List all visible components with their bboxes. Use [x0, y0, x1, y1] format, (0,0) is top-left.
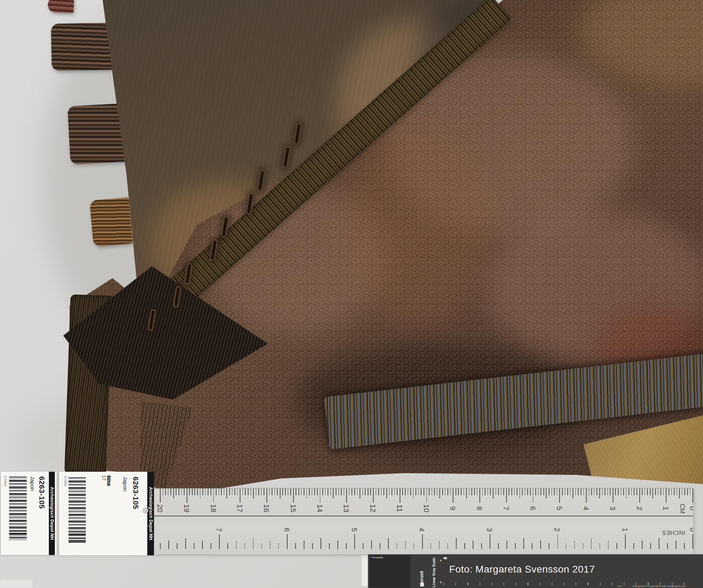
- cm-number: 8: [475, 504, 484, 513]
- cm-number: 17: [235, 504, 244, 513]
- cm-number: 3: [608, 504, 617, 513]
- find-number: 6263-105: [131, 477, 140, 509]
- barcode: [9, 477, 27, 540]
- barcode: [69, 477, 86, 543]
- scale-ruler: 20191817161514131211109876543210 8765432…: [154, 488, 693, 554]
- cm-number: 2: [635, 504, 644, 513]
- cm-number: 9: [448, 504, 457, 513]
- gray-scale-title-block: Linear Gray Scale: [431, 558, 437, 587]
- cm-number: 5: [555, 504, 564, 513]
- cm-number: 0: [688, 504, 693, 513]
- photo-stage: Archeologisch Depot NH 6263-105 Japon 57…: [0, 0, 703, 588]
- inch-number: 4: [417, 525, 426, 534]
- cm-number: 12: [368, 504, 378, 513]
- object-name: Japon: [29, 476, 36, 491]
- cm-number: 10: [422, 504, 431, 513]
- cm-number: 20: [155, 504, 165, 513]
- designed-note: Designed in cooperation with imagingetc.…: [633, 584, 686, 588]
- cm-unit-label: CM: [678, 502, 687, 516]
- cm-number: 1: [661, 504, 670, 513]
- textile-tab: [89, 197, 133, 247]
- inch-number: 0: [688, 525, 693, 534]
- inch-number: 2: [553, 525, 562, 534]
- registration-plus-mark: +: [439, 558, 443, 563]
- cm-number: 4: [581, 504, 591, 513]
- inch-number: 5: [350, 525, 359, 534]
- gray-scale-title: Linear Gray Scale: [431, 558, 437, 587]
- munsell-brand-face: ▦ Munsell C O L O R: [420, 558, 430, 587]
- textile-tab-fragment: [47, 0, 74, 13]
- mm-scale-label: mm: [618, 584, 622, 588]
- institution-bar: Archeologisch Depot NH: [147, 472, 154, 555]
- colorchecker-title: colorchecker: [370, 556, 383, 558]
- hole-punch: [142, 508, 148, 514]
- colorchecker-sg-card: colorchecker: [369, 555, 411, 588]
- gray-scale-label: G: [444, 556, 446, 560]
- inch-number: 1: [620, 525, 630, 534]
- white-card-sliver: [362, 555, 367, 586]
- cm-number: 11: [395, 504, 404, 513]
- photo-credit: Foto: Margareta Svensson 2017: [449, 564, 595, 575]
- inches-unit-label: INCHES: [658, 529, 689, 536]
- cm-number: 18: [209, 504, 218, 513]
- colorchecker-logo-icon: [370, 557, 372, 558]
- barcode-number: 57963: [4, 476, 7, 486]
- label-face: Archeologisch Depot NH 6263-105 Japon 57…: [1, 472, 57, 555]
- find-number: 6263-105: [38, 476, 46, 509]
- archival-label-card: Archeologisch Depot NH 6263-105 Japon Te…: [59, 472, 154, 555]
- find-year: 2014: [107, 475, 111, 486]
- cm-number: 7: [502, 504, 511, 513]
- eighth-inch-tick-marks: [154, 543, 693, 549]
- inch-number: 7: [214, 525, 224, 534]
- cm-number: 16: [262, 504, 271, 513]
- archival-label-card: Archeologisch Depot NH 6263-105 Japon 57…: [1, 472, 57, 555]
- cm-number: 14: [315, 504, 324, 513]
- cm-number: 6: [528, 504, 537, 513]
- object-name: Japon: [122, 477, 128, 491]
- cm-number: 19: [182, 504, 191, 513]
- inch-number: 3: [485, 525, 494, 534]
- mm-tick-marks: [160, 489, 693, 495]
- munsell-brand-block: ▦ Munsell C O L O R: [420, 558, 430, 587]
- munsell-color-letters: C O L O R: [420, 570, 422, 587]
- cm-number: 15: [289, 504, 298, 513]
- inch-number: 8: [154, 525, 156, 534]
- cm-number: 13: [342, 504, 351, 513]
- inch-number: 6: [282, 525, 291, 534]
- institution-bar: Archeologisch Depot NH: [49, 472, 55, 555]
- registration-plus-mark: +: [439, 580, 443, 584]
- ruler-divider-line: [154, 516, 693, 516]
- label-face: Archeologisch Depot NH 6263-105 Japon Te…: [59, 472, 154, 555]
- backdrop-paper-edge: [0, 580, 32, 588]
- barcode-number: 57963: [64, 476, 67, 486]
